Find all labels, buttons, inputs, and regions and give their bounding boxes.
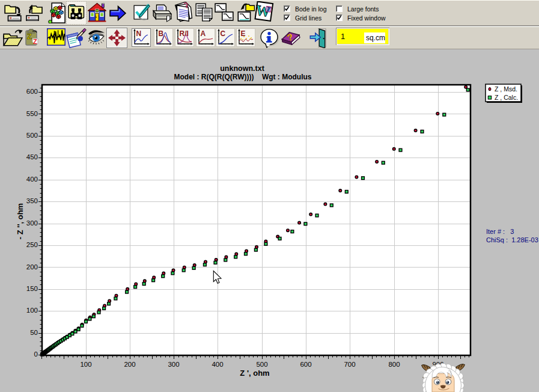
svg-text:A: A xyxy=(201,29,206,38)
svg-text:300: 300 xyxy=(168,361,179,368)
svg-text:0: 0 xyxy=(34,351,38,358)
svg-text:100: 100 xyxy=(80,361,91,368)
svg-text:300: 300 xyxy=(26,219,38,227)
svg-text:Z , Msd.: Z , Msd. xyxy=(495,85,517,93)
svg-text:550: 550 xyxy=(26,110,38,117)
svg-text:250: 250 xyxy=(26,241,38,248)
svg-text:600: 600 xyxy=(26,88,38,95)
svg-text:1: 1 xyxy=(341,32,345,41)
svg-text:700: 700 xyxy=(344,361,355,368)
svg-text:unknown.txt: unknown.txt xyxy=(220,64,264,73)
svg-text:350: 350 xyxy=(26,197,38,204)
svg-text:Z , Calc.: Z , Calc. xyxy=(495,94,518,101)
svg-text:Model : R(Q(R(Q(RW)))) Wgt: Model : R(Q(R(Q(RW)))) Wgt : Modulus xyxy=(174,73,311,81)
svg-text:C: C xyxy=(221,29,226,38)
svg-text:450: 450 xyxy=(26,153,38,161)
svg-text:200: 200 xyxy=(124,361,135,368)
svg-text:200: 200 xyxy=(26,263,38,271)
svg-text:ChiSq : 1.28E-03: ChiSq : 1.28E-03 xyxy=(486,236,538,243)
svg-text:50: 50 xyxy=(30,329,38,336)
svg-text:500: 500 xyxy=(256,361,267,368)
svg-text:100: 100 xyxy=(26,307,38,314)
svg-text:- Z '', ohm: - Z '', ohm xyxy=(16,203,25,239)
svg-text:Z: Z xyxy=(27,32,32,41)
svg-text:Z: Z xyxy=(33,38,37,45)
svg-text:400: 400 xyxy=(26,176,38,183)
svg-text:Z ', ohm: Z ', ohm xyxy=(240,369,269,378)
svg-text:W: W xyxy=(255,2,272,20)
svg-text:N: N xyxy=(136,29,142,38)
svg-text:E: E xyxy=(241,29,246,38)
svg-text:150: 150 xyxy=(26,285,38,292)
svg-text:400: 400 xyxy=(212,361,223,368)
svg-text:600: 600 xyxy=(300,361,311,368)
svg-text:800: 800 xyxy=(388,361,400,368)
svg-text:500: 500 xyxy=(26,132,38,139)
svg-text:Iter # : 3: Iter # : 3 xyxy=(486,228,514,235)
svg-text:B: B xyxy=(159,29,164,38)
svg-text:sq.cm: sq.cm xyxy=(366,34,385,42)
svg-text:R/I: R/I xyxy=(180,29,189,38)
